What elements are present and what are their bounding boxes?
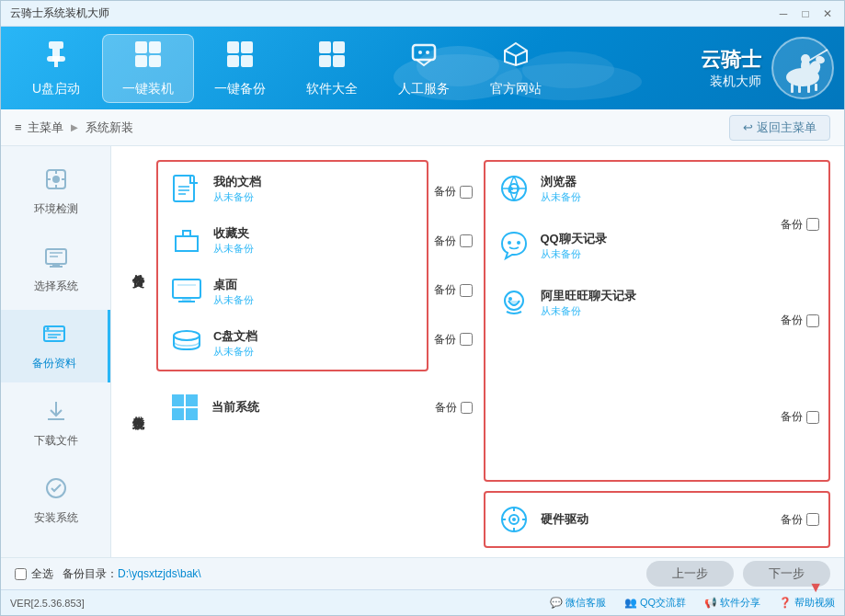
qq-status-icon: 👥 — [624, 597, 637, 609]
cdocs-check-area[interactable]: 备份 — [434, 332, 473, 348]
download-icon — [43, 398, 69, 429]
nav-item-backup[interactable]: 一键备份 — [194, 34, 286, 103]
back-button[interactable]: ↩ 返回主菜单 — [729, 115, 830, 141]
nav-item-software[interactable]: 软件大全 — [286, 34, 378, 103]
title-bar: 云骑士系统装机大师 ─ □ ✕ — [1, 1, 844, 27]
backup-files-label: 备份文件 — [125, 160, 151, 371]
currentsys-check-area[interactable]: 备份 — [435, 381, 473, 434]
browser-name: 浏览器 — [541, 174, 782, 190]
software-share[interactable]: 📢 软件分享 — [704, 596, 760, 610]
driver-check-area[interactable]: 备份 — [781, 512, 819, 528]
backup-cdocs-row: C盘文档 从未备份 — [167, 324, 417, 362]
maximize-button[interactable]: □ — [798, 6, 813, 21]
mydocs-checkbox[interactable] — [460, 186, 473, 199]
svg-rect-66 — [186, 408, 198, 420]
sidebar-label-backupdata: 备份资料 — [32, 356, 76, 371]
breadcrumb-current: 系统新装 — [86, 120, 133, 136]
sidebar-item-install[interactable]: 安装系统 — [1, 464, 110, 537]
currentsys-info: 当前系统 — [211, 399, 420, 416]
driver-checkbox[interactable] — [806, 513, 819, 526]
qq-info: QQ聊天记录 从未备份 — [541, 231, 782, 261]
backup-files-panel: 我的文档 从未备份 — [156, 160, 428, 371]
aliwang-check-area[interactable]: 备份 — [781, 409, 819, 425]
mydocs-icon — [167, 169, 206, 208]
svg-point-62 — [174, 331, 200, 340]
cdocs-checkbox[interactable] — [460, 333, 473, 346]
sidebar-item-download[interactable]: 下载文件 — [1, 387, 110, 460]
aliwang-name: 阿里旺旺聊天记录 — [541, 288, 782, 304]
sidebar-label-download: 下载文件 — [34, 433, 78, 449]
content-area: 备份文件 — [111, 146, 844, 557]
svg-rect-31 — [791, 84, 794, 93]
sidebar-item-select[interactable]: 选择系统 — [1, 233, 110, 305]
mydocs-info: 我的文档 从未备份 — [213, 174, 417, 204]
nav-item-onekey[interactable]: 一键装机 — [102, 34, 194, 103]
cloud-decoration — [384, 31, 660, 105]
qq-row: QQ聊天记录 从未备份 — [495, 226, 782, 265]
right-top-checks: 备份 备份 备份 — [781, 169, 819, 473]
svg-rect-12 — [227, 41, 239, 53]
nav-label-onekey: 一键装机 — [122, 81, 174, 97]
env-icon — [43, 166, 69, 198]
close-button[interactable]: ✕ — [820, 6, 835, 21]
svg-rect-4 — [49, 41, 63, 49]
right-top-panel: e 浏览器 从未备份 — [484, 160, 831, 482]
browser-row: e 浏览器 从未备份 — [495, 169, 782, 208]
aliwang-status: 从未备份 — [541, 304, 782, 318]
status-bar: VER[2.5.36.853] 💬 微信客服 👥 QQ交流群 📢 软件分享 ❓ … — [1, 589, 844, 615]
share-icon: 📢 — [704, 597, 717, 609]
sidebar-label-select: 选择系统 — [34, 279, 78, 294]
logo-text: 云骑士 — [701, 46, 761, 74]
favorites-icon — [167, 221, 206, 259]
qq-status: 从未备份 — [541, 247, 782, 261]
nav-label-software: 软件大全 — [306, 81, 358, 97]
svg-point-29 — [801, 54, 810, 63]
browser-check-area[interactable]: 备份 — [781, 217, 819, 233]
mydocs-name: 我的文档 — [213, 174, 417, 190]
backup-favorites-row: 收藏夹 从未备份 — [167, 221, 417, 259]
nav-item-usb[interactable]: U盘启动 — [10, 34, 102, 103]
svg-point-72 — [517, 241, 520, 245]
driver-name: 硬件驱动 — [541, 511, 782, 528]
qq-checkbox[interactable] — [806, 314, 819, 327]
qq-check-area[interactable]: 备份 — [781, 313, 819, 328]
svg-point-36 — [52, 176, 60, 183]
minimize-button[interactable]: ─ — [776, 6, 791, 21]
backup-dir-link[interactable]: D:\yqsxtzjds\bak\ — [118, 567, 201, 580]
svg-rect-32 — [798, 84, 801, 93]
nav-label-backup: 一键备份 — [214, 81, 266, 97]
favorites-checkbox[interactable] — [460, 234, 473, 247]
svg-rect-6 — [47, 56, 65, 62]
browser-checkbox[interactable] — [806, 218, 819, 231]
favorites-check-area[interactable]: 备份 — [434, 234, 473, 249]
sidebar: 环境检测 选择系统 — [1, 146, 111, 557]
aliwang-checkbox[interactable] — [806, 411, 819, 424]
qq-group[interactable]: 👥 QQ交流群 — [624, 596, 686, 610]
desktop-checkbox[interactable] — [460, 284, 473, 297]
desktop-info: 桌面 从未备份 — [213, 277, 417, 307]
nav-label-usb: U盘启动 — [32, 81, 80, 97]
currentsys-checkbox[interactable] — [461, 402, 473, 414]
breadcrumb: ≡ 主菜单 ► 系统新装 — [15, 120, 133, 136]
back-icon: ↩ — [743, 120, 753, 134]
svg-rect-7 — [54, 62, 58, 67]
svg-rect-9 — [149, 41, 161, 53]
logo-subtext: 装机大师 — [701, 74, 761, 90]
qq-name: QQ聊天记录 — [541, 231, 782, 247]
backup-system-panel: 当前系统 — [156, 381, 429, 434]
select-all-checkbox[interactable] — [15, 568, 27, 580]
wechat-service[interactable]: 💬 微信客服 — [550, 596, 606, 610]
install-sys-icon — [43, 475, 69, 507]
mydocs-check-area[interactable]: 备份 — [434, 184, 473, 200]
select-all-area[interactable]: 全选 — [15, 566, 53, 582]
sidebar-item-backupdata[interactable]: 备份资料 — [1, 310, 110, 382]
prev-button[interactable]: 上一步 — [646, 561, 734, 587]
help-video[interactable]: ❓ 帮助视频 — [779, 596, 835, 610]
backup-desktop-row: 桌面 从未备份 — [167, 272, 417, 311]
sidebar-item-env[interactable]: 环境检测 — [1, 155, 110, 228]
app-title: 云骑士系统装机大师 — [10, 6, 109, 21]
desktop-check-area[interactable]: 备份 — [434, 282, 473, 298]
next-button[interactable]: 下一步 — [743, 561, 830, 587]
svg-point-3 — [522, 51, 614, 88]
browser-info: 浏览器 从未备份 — [541, 174, 782, 204]
